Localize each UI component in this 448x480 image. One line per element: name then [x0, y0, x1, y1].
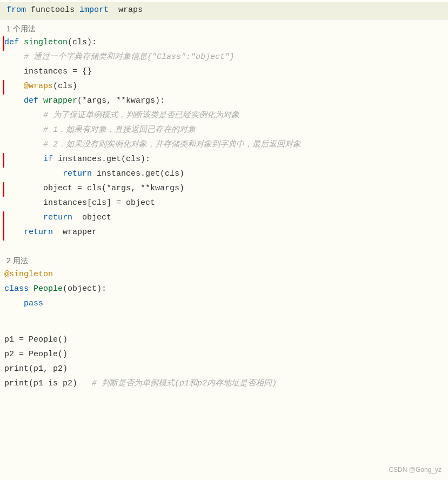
code-line: # 1．如果有对象，直接返回已存在的对象 — [0, 124, 448, 138]
blank-line — [0, 241, 448, 251]
code-line: return object — [0, 211, 448, 226]
code-line: # 通过一个字典存储类和对象信息{"Class":"object"} — [0, 51, 448, 65]
code-line: @singleton — [0, 268, 448, 283]
code-line: instances = {} — [0, 65, 448, 80]
code-line: class People(object): — [0, 283, 448, 297]
blank-line — [0, 323, 448, 334]
top-bar-code: from functools import wraps — [6, 4, 143, 17]
code-line: p2 = People() — [0, 348, 448, 363]
code-line: print(p1 is p2) # 判断是否为单例模式(p1和p2内存地址是否相… — [0, 377, 448, 392]
code-line: if instances.get(cls): — [0, 153, 448, 168]
code-line: return wrapper — [0, 226, 448, 241]
watermark: CSDN @Gong_yz — [389, 465, 442, 476]
code-line: @wraps(cls) — [0, 80, 448, 95]
code-line: def wrapper(*args, **kwargs): — [0, 95, 448, 109]
section-2-label: 2 用法 — [0, 251, 448, 268]
code-line: # 为了保证单例模式，判断该类是否已经实例化为对象 — [0, 109, 448, 124]
code-line: print(p1, p2) — [0, 363, 448, 377]
section-1-label: 1 个用法 — [0, 19, 448, 36]
code-line: pass — [0, 297, 448, 312]
code-line: # 2．如果没有则实例化对象，并存储类和对象到字典中，最后返回对象 — [0, 138, 448, 153]
code-line: instances[cls] = object — [0, 197, 448, 211]
blank-line — [0, 312, 448, 323]
code-line: def singleton(cls): — [0, 36, 448, 51]
code-line: object = cls(*args, **kwargs) — [0, 182, 448, 197]
code-line: return instances.get(cls) — [0, 168, 448, 182]
top-bar: from functools import wraps — [0, 2, 448, 19]
code-container: from functools import wraps 1 个用法 def si… — [0, 0, 448, 480]
code-line: p1 = People() — [0, 334, 448, 348]
